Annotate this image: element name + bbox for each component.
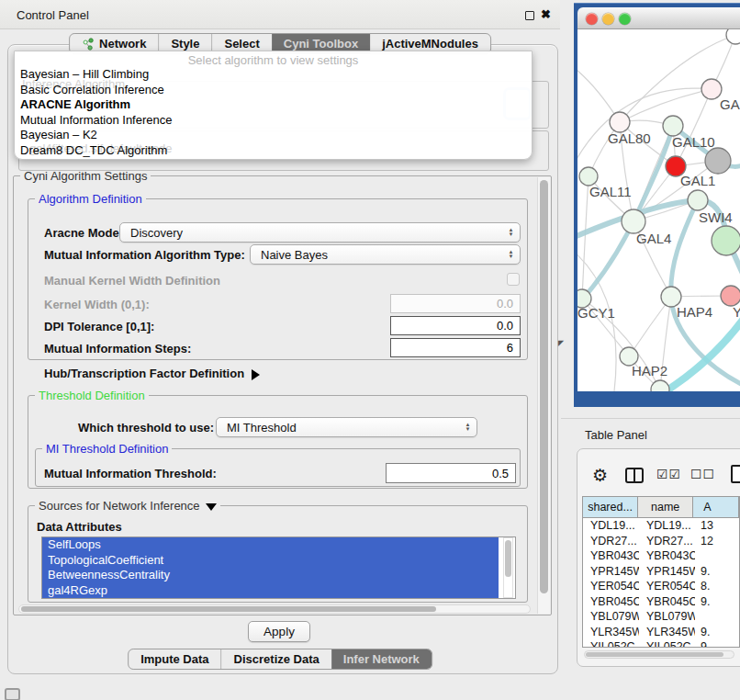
mi-steps-input[interactable]	[390, 338, 521, 357]
table-cell: 9	[695, 639, 739, 648]
algorithm-option-basic-correlation-inference[interactable]: Basic Correlation Inference	[18, 83, 528, 98]
attributes-scrollbar-thumb[interactable]	[505, 540, 511, 577]
data-attributes-label: Data Attributes	[37, 520, 122, 534]
sources-toggle[interactable]: Sources for Network Inference	[35, 499, 220, 513]
attribute-item-gal4rgexp[interactable]: gal4RGexp	[42, 583, 499, 599]
hub-definition-label: Hub/Transcription Factor Definition	[44, 367, 244, 380]
settings-hscrollbar-track[interactable]	[18, 604, 531, 614]
zoom-button[interactable]	[619, 13, 631, 25]
close-button[interactable]	[586, 13, 598, 25]
mi-type-value: Naive Bayes	[251, 248, 505, 262]
apply-button[interactable]: Apply	[248, 621, 310, 642]
network-node[interactable]	[705, 148, 731, 174]
table-row-ydr27[interactable]: YDR27...YDR27...12	[583, 534, 739, 549]
table-cell: YLR345W	[639, 625, 695, 640]
column-header-shared[interactable]: shared...	[583, 497, 638, 517]
close-icon[interactable]: ✖	[541, 7, 551, 21]
gear-icon[interactable]: ⚙	[592, 465, 608, 486]
table-hscrollbar-track[interactable]	[584, 650, 734, 659]
table-hscrollbar-thumb[interactable]	[586, 652, 723, 657]
node-label-swi4: SWI4	[699, 209, 733, 225]
mi-algorithm-type-select[interactable]: Naive Bayes ▲▼	[250, 244, 521, 265]
settings-hscrollbar-thumb[interactable]	[21, 606, 436, 612]
threshold-type-select[interactable]: MI Threshold ▲▼	[216, 417, 477, 437]
network-node[interactable]	[651, 380, 669, 391]
table-row-ybl079w[interactable]: YBL079WYBL079W	[583, 609, 739, 625]
algorithm-option-bayesian-k2[interactable]: Bayesian – K2	[18, 128, 528, 143]
network-node-gal80[interactable]	[610, 112, 630, 132]
table-body: YDL19...YDL19...13YDR27...YDR27...12YBR0…	[583, 518, 739, 648]
file-icon[interactable]	[731, 465, 740, 483]
network-window-titlebar[interactable]	[577, 7, 740, 29]
hub-definition-toggle[interactable]: Hub/Transcription Factor Definition	[44, 367, 260, 380]
aracne-mode-value: Discovery	[120, 226, 505, 240]
mi-threshold-input[interactable]	[386, 463, 516, 483]
algorithm-option-bayesian-hill-climbing[interactable]: Bayesian – Hill Climbing	[18, 67, 528, 83]
attributes-scrollbar-track[interactable]	[503, 537, 513, 598]
node-label-gal10: GAL10	[672, 134, 715, 150]
tab-label: Discretize Data	[234, 649, 320, 670]
node-label-y: Y	[733, 304, 740, 320]
table-cell: YDL19...	[639, 518, 695, 534]
column-header-a[interactable]: A	[693, 497, 739, 517]
columns-icon[interactable]	[625, 468, 644, 483]
tab-infer-network[interactable]: Infer Network	[331, 649, 432, 669]
table-cell: 8.	[695, 579, 739, 594]
network-node-y[interactable]	[721, 286, 740, 306]
algorithm-option-aracne-algorithm[interactable]: ARACNE Algorithm	[18, 97, 528, 113]
table-cell: YDL19...	[583, 518, 639, 534]
node-label-gcy1: GCY1	[577, 305, 615, 321]
settings-scrollbar-thumb[interactable]	[540, 180, 548, 593]
algorithm-definition-title: Algorithm Definition	[35, 192, 146, 206]
table-row-ypr145w[interactable]: YPR145WYPR145W9.	[583, 564, 739, 580]
network-canvas[interactable]: GALGAL80GAL10GAL1GAL11SWI4GAL4GCY1HAP4YH…	[577, 29, 740, 391]
manual-kernel-checkbox[interactable]	[507, 273, 520, 286]
network-node-gal10[interactable]	[663, 116, 683, 136]
control-panel-titlebar: Control Panel ✖	[0, 0, 560, 29]
network-node[interactable]	[712, 226, 740, 255]
algorithm-option-dream8-dc-tdc-algorithm[interactable]: Dream8 DC_TDC Algorithm	[18, 143, 528, 159]
table-cell: YBR043C	[583, 548, 639, 564]
table-row-ybr043c[interactable]: YBR043CYBR043C	[583, 548, 739, 564]
table-cell: YBL079W	[639, 609, 695, 625]
minimize-button[interactable]	[602, 13, 614, 25]
column-header-name[interactable]: name	[638, 497, 693, 517]
stepper-arrows-icon: ▲▼	[505, 250, 520, 259]
select-all-icon[interactable]: ☑☑	[656, 467, 681, 481]
table-row-yer054c[interactable]: YER054CYER054C8.	[583, 579, 739, 594]
attribute-item-betweennesscentrality[interactable]: BetweennessCentrality	[42, 568, 499, 583]
threshold-type-value: MI Threshold	[217, 421, 462, 435]
aracne-mode-select[interactable]: Discovery ▲▼	[119, 222, 521, 243]
table-cell: YDR27...	[583, 534, 639, 549]
table-row-ydl19[interactable]: YDL19...YDL19...13	[583, 518, 739, 534]
bottom-tab-bar: Impute DataDiscretize DataInfer Network	[128, 649, 432, 670]
network-edge	[577, 88, 712, 167]
attribute-item-selfloops[interactable]: SelfLoops	[42, 537, 499, 553]
network-node-swi4[interactable]	[688, 190, 708, 210]
network-node-gal[interactable]	[701, 79, 722, 99]
settings-scrollbar-track[interactable]	[537, 177, 550, 614]
tab-discretize-data[interactable]: Discretize Data	[221, 649, 331, 669]
float-window-icon[interactable]	[525, 11, 534, 20]
tab-impute-data[interactable]: Impute Data	[129, 649, 220, 669]
algorithm-option-mutual-information-inference[interactable]: Mutual Information Inference	[18, 113, 528, 129]
dpi-tolerance-label: DPI Tolerance [0,1]:	[44, 320, 154, 333]
dpi-tolerance-input[interactable]	[390, 316, 521, 335]
table-cell: YBR045C	[583, 594, 639, 610]
network-node-gal11[interactable]	[579, 167, 598, 186]
network-node[interactable]	[726, 29, 740, 44]
attribute-item-topologicalcoefficient[interactable]: TopologicalCoefficient	[42, 553, 499, 569]
dock-icon[interactable]	[5, 688, 20, 700]
kernel-width-input[interactable]	[390, 294, 521, 313]
network-icon	[82, 38, 95, 51]
collapse-down-icon	[206, 503, 217, 511]
table-cell	[695, 609, 739, 625]
table-row-yil052c[interactable]: YIL052CYIL052C9	[583, 639, 739, 648]
table-row-ylr345w[interactable]: YLR345WYLR345W9.	[583, 625, 739, 640]
table-cell: YPR145W	[639, 564, 695, 580]
table-cell	[695, 548, 739, 564]
network-edge	[620, 89, 712, 122]
table-cell: YDR27...	[639, 534, 695, 549]
deselect-all-icon[interactable]: ☐☐	[690, 467, 715, 481]
table-row-ybr045c[interactable]: YBR045CYBR045C9.	[583, 594, 739, 610]
